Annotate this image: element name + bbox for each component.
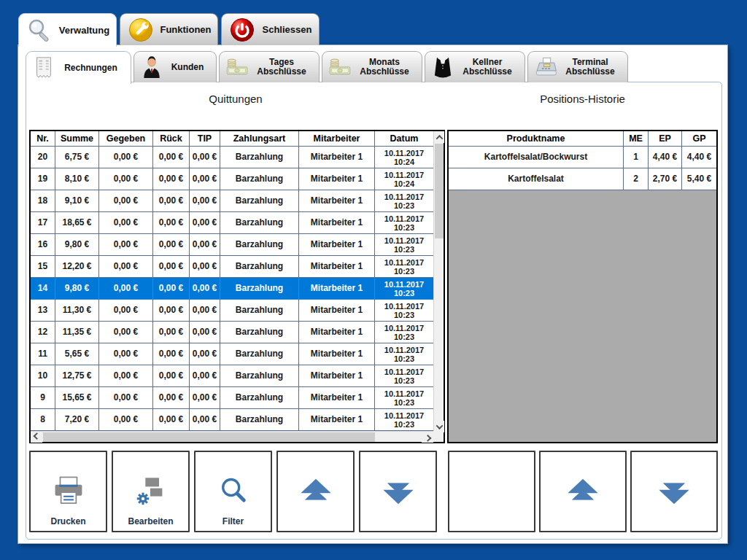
tab-label: Kellner Abschlüsse xyxy=(454,58,520,77)
positions-action-bar xyxy=(448,451,718,532)
sub-tab-terminal-abschluesse[interactable]: Terminal Abschlüsse xyxy=(527,51,628,82)
scrollbar-corner xyxy=(433,431,444,442)
horizontal-scroll-thumb[interactable] xyxy=(43,432,375,442)
datum-date: 10.11.2017 xyxy=(384,324,424,332)
cell: 0,00 € xyxy=(99,147,153,168)
cell-datum: 10.11.201710:23 xyxy=(375,300,433,322)
scroll-down-right-button[interactable] xyxy=(630,451,718,532)
column-header-mitarbeiter: Mitarbeiter xyxy=(299,131,375,147)
cell: 0,00 € xyxy=(153,278,190,300)
scroll-up-arrow-button[interactable] xyxy=(434,131,444,143)
cell: 0,00 € xyxy=(99,278,153,300)
chevrons-up-icon xyxy=(299,475,333,508)
datum-date: 10.11.2017 xyxy=(384,302,424,311)
app-window: Rechnungen Kunden Tages Abschlüsse Monat… xyxy=(18,45,727,543)
position-row-2[interactable]: Kartoffelsalat22,70 €5,40 € xyxy=(449,168,716,190)
receipt-row-10[interactable]: 1012,75 €0,00 €0,00 €0,00 €BarzahlungMit… xyxy=(31,365,433,387)
cell: Barzahlung xyxy=(220,190,299,212)
content-panel: Quittungen Positions-Historie Nr.SummeGe… xyxy=(26,82,722,540)
button-label: Drucken xyxy=(31,516,106,526)
cell: 0,00 € xyxy=(99,322,153,343)
datum-time: 10:23 xyxy=(394,267,414,276)
cell: 0,00 € xyxy=(153,234,190,256)
sub-tab-rechnungen[interactable]: Rechnungen xyxy=(26,51,131,84)
tab-label: Monats Abschlüsse xyxy=(352,58,417,77)
cell: 0,00 € xyxy=(190,256,220,278)
receipts-horizontal-scrollbar[interactable] xyxy=(31,431,433,442)
vest-icon xyxy=(431,55,454,79)
cell-datum: 10.11.201710:23 xyxy=(375,190,433,212)
datum-time: 10:23 xyxy=(394,201,414,210)
cell: Barzahlung xyxy=(220,409,299,431)
empty-button[interactable] xyxy=(448,451,535,532)
vertical-scroll-thumb[interactable] xyxy=(435,144,444,238)
cell: 9 xyxy=(31,387,55,409)
cell: Mitarbeiter 1 xyxy=(299,256,375,278)
cell: 0,00 € xyxy=(190,234,220,256)
receipt-row-18[interactable]: 189,10 €0,00 €0,00 €0,00 €BarzahlungMita… xyxy=(31,190,433,212)
cell: 0,00 € xyxy=(153,409,190,431)
sub-tab-bar: Rechnungen Kunden Tages Abschlüsse Monat… xyxy=(26,51,628,84)
cell: 0,00 € xyxy=(153,365,190,387)
scroll-up-right-button[interactable] xyxy=(539,451,627,532)
drucken-button[interactable]: Drucken xyxy=(29,451,107,532)
cell: Mitarbeiter 1 xyxy=(299,147,375,168)
receipt-row-9[interactable]: 915,65 €0,00 €0,00 €0,00 €BarzahlungMita… xyxy=(31,387,433,409)
cell: 6,75 € xyxy=(55,147,99,168)
cell: Mitarbeiter 1 xyxy=(299,409,375,431)
sub-tab-kellner-abschluesse[interactable]: Kellner Abschlüsse xyxy=(425,51,525,82)
receipt-row-17[interactable]: 1718,65 €0,00 €0,00 €0,00 €BarzahlungMit… xyxy=(31,212,433,234)
receipt-row-11[interactable]: 115,65 €0,00 €0,00 €0,00 €BarzahlungMita… xyxy=(31,343,433,365)
chevron-left-icon xyxy=(33,432,40,440)
datum-time: 10:24 xyxy=(394,158,414,166)
position-row-1[interactable]: Kartoffelsalat/Bockwurst14,40 €4,40 € xyxy=(449,147,716,168)
chevron-up-icon xyxy=(436,134,443,141)
receipt-row-8[interactable]: 87,20 €0,00 €0,00 €0,00 €BarzahlungMitar… xyxy=(31,409,433,431)
cell: 0,00 € xyxy=(190,300,220,322)
tab-label: Terminal Abschlüsse xyxy=(557,58,623,77)
cell-datum: 10.11.201710:23 xyxy=(375,365,433,387)
receipt-row-16[interactable]: 169,80 €0,00 €0,00 €0,00 €BarzahlungMita… xyxy=(31,234,433,256)
cell: 0,00 € xyxy=(153,256,190,278)
cell: 15 xyxy=(31,256,55,278)
main-tab-schliessen[interactable]: Schliessen xyxy=(221,13,320,45)
cell: 18 xyxy=(31,190,55,212)
main-tab-funktionen[interactable]: Funktionen xyxy=(120,13,218,45)
cell: Kartoffelsalat/Bockwurst xyxy=(449,147,624,168)
scroll-down-left-button[interactable] xyxy=(359,451,437,532)
receipts-vertical-scrollbar[interactable] xyxy=(433,131,444,432)
receipts-table: Nr.SummeGegebenRückTIPZahlungsartMitarbe… xyxy=(29,130,445,443)
sub-tab-kunden[interactable]: Kunden xyxy=(133,51,217,82)
bearbeiten-button[interactable]: Bearbeiten xyxy=(112,451,190,532)
receipt-row-20[interactable]: 206,75 €0,00 €0,00 €0,00 €BarzahlungMita… xyxy=(31,147,433,168)
main-tab-verwaltung[interactable]: Verwaltung xyxy=(18,13,117,47)
cell-datum: 10.11.201710:23 xyxy=(375,409,433,431)
printer-icon xyxy=(52,475,85,508)
cell: 0,00 € xyxy=(99,256,153,278)
column-header-rck: Rück xyxy=(153,131,190,147)
receipt-row-14[interactable]: 149,80 €0,00 €0,00 €0,00 €BarzahlungMita… xyxy=(31,278,433,300)
cell: Mitarbeiter 1 xyxy=(299,387,375,409)
datum-time: 10:23 xyxy=(394,311,414,319)
scroll-right-arrow-button[interactable] xyxy=(422,432,433,443)
column-header-tip: TIP xyxy=(190,131,220,147)
cell: Mitarbeiter 1 xyxy=(299,212,375,234)
button-label: Filter xyxy=(196,516,271,526)
cell: Mitarbeiter 1 xyxy=(299,322,375,343)
cell: 13 xyxy=(31,300,55,322)
cell: 12,75 € xyxy=(55,365,99,387)
sub-tab-tages-abschluesse[interactable]: Tages Abschlüsse xyxy=(219,51,320,82)
filter-button[interactable]: Filter xyxy=(194,451,272,532)
receipt-row-12[interactable]: 1211,35 €0,00 €0,00 €0,00 €BarzahlungMit… xyxy=(31,322,433,343)
chevrons-up-icon xyxy=(566,475,600,508)
cell: 15,65 € xyxy=(55,387,99,409)
receipt-row-15[interactable]: 1512,20 €0,00 €0,00 €0,00 €BarzahlungMit… xyxy=(31,256,433,278)
scroll-left-arrow-button[interactable] xyxy=(31,432,42,443)
receipt-row-19[interactable]: 198,10 €0,00 €0,00 €0,00 €BarzahlungMita… xyxy=(31,168,433,190)
cell: 0,00 € xyxy=(190,365,220,387)
sub-tab-monats-abschluesse[interactable]: Monats Abschlüsse xyxy=(322,51,422,82)
cell: 0,00 € xyxy=(153,147,190,168)
receipt-row-13[interactable]: 1311,30 €0,00 €0,00 €0,00 €BarzahlungMit… xyxy=(31,300,433,322)
cell-datum: 10.11.201710:23 xyxy=(375,256,433,278)
scroll-up-left-button[interactable] xyxy=(276,451,355,532)
